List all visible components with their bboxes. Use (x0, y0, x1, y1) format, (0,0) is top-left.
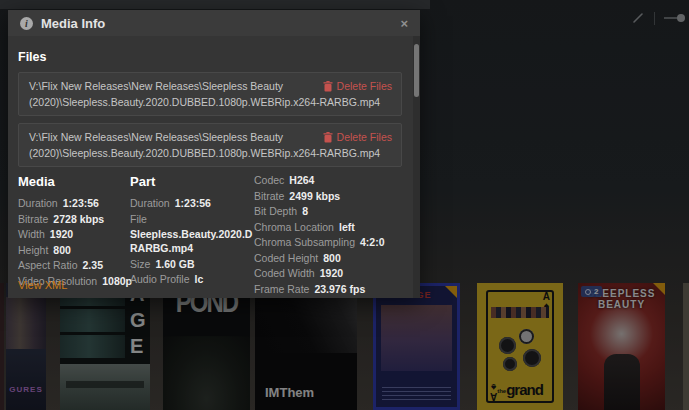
info-row: Chroma Subsampling4:2:0 (254, 236, 402, 248)
part-heading: Part (130, 174, 254, 189)
info-icon: i (20, 17, 33, 30)
part-section: Part Duration1:23:56 File Sleepless.Beau… (130, 174, 254, 298)
info-row: Frame Rate23.976 fps (254, 283, 402, 295)
stream-section: CodecH264 Bitrate2499 kbps Bit Depth8 Ch… (254, 174, 402, 298)
close-icon[interactable]: × (400, 17, 408, 30)
dialog-title: Media Info (41, 16, 105, 31)
info-row: Bitrate2728 kbps (18, 213, 130, 225)
file-path-line: V:\Flix New Releases\New Releases\Sleepl… (29, 78, 315, 94)
info-row: Coded Width1920 (254, 267, 402, 279)
trash-icon (323, 132, 333, 143)
info-row: Aspect Ratio2.35 (18, 259, 130, 271)
info-row: Duration1:23:56 (18, 197, 130, 209)
info-row: File (130, 213, 254, 225)
info-columns: Media Duration1:23:56 Bitrate2728 kbps W… (18, 174, 402, 298)
trash-icon (323, 81, 333, 92)
dialog-scrollbar[interactable] (413, 36, 420, 298)
file-row: V:\Flix New Releases\New Releases\Sleepl… (18, 72, 402, 116)
file-row: V:\Flix New Releases\New Releases\Sleepl… (18, 123, 402, 167)
info-row: CodecH264 (254, 174, 402, 186)
info-row: Bitrate2499 kbps (254, 190, 402, 202)
info-row: Height800 (18, 244, 130, 256)
media-info-dialog: i Media Info × Files V:\Flix New Release… (8, 10, 420, 298)
part-file-value-line: RARBG.mp4 (130, 241, 254, 255)
info-row: Size1.60 GB (130, 258, 254, 270)
info-row: Chroma Locationleft (254, 221, 402, 233)
dialog-body: Files V:\Flix New Releases\New Releases\… (8, 50, 420, 298)
view-xml-link[interactable]: View XML (18, 279, 67, 291)
media-heading: Media (18, 174, 130, 189)
part-file-value-line: Sleepless.Beauty.2020.D (130, 227, 254, 241)
info-row: Audio Profilelc (130, 273, 254, 285)
dialog-header: i Media Info × (8, 10, 420, 36)
info-row: Duration1:23:56 (130, 197, 254, 209)
file-path-line: V:\Flix New Releases\New Releases\Sleepl… (29, 129, 315, 145)
scrollbar-thumb[interactable] (414, 44, 419, 97)
file-path-line: (2020)\Sleepless.Beauty.2020.DUBBED.1080… (29, 94, 315, 110)
file-path-line: (2020)\Sleepless.Beauty.2020.DUBBED.1080… (29, 145, 315, 161)
delete-files-label: Delete Files (337, 131, 392, 143)
delete-files-label: Delete Files (337, 80, 392, 92)
delete-files-button[interactable]: Delete Files (323, 131, 392, 143)
info-row: Bit Depth8 (254, 205, 402, 217)
delete-files-button[interactable]: Delete Files (323, 80, 392, 92)
info-row: Coded Height800 (254, 252, 402, 264)
files-heading: Files (18, 50, 402, 64)
info-row: Width1920 (18, 228, 130, 240)
